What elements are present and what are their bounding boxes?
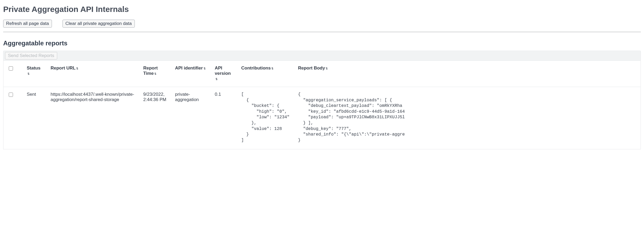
- cell-url: https://localhost:4437/.well-known/priva…: [46, 87, 139, 149]
- section-title: Aggregatable reports: [3, 40, 641, 47]
- col-status-label: Status: [27, 66, 41, 71]
- divider: [3, 32, 641, 32]
- sort-icon: ⇅: [154, 72, 156, 75]
- reports-table-wrap: Status⇅ Report URL⇅ Report Time⇅ API ide…: [3, 61, 641, 149]
- page-title: Private Aggregation API Internals: [3, 5, 641, 14]
- top-button-bar: Refresh all page data Clear all private …: [3, 20, 641, 28]
- cell-status: Sent: [23, 87, 46, 149]
- col-api-id-label: API identifier: [175, 66, 203, 71]
- table-row: Sent https://localhost:4437/.well-known/…: [3, 87, 641, 149]
- cell-body: { "aggregation_service_payloads": [ { "d…: [294, 87, 641, 149]
- row-checkbox-cell: [3, 87, 23, 149]
- header-checkbox-cell: [3, 61, 23, 87]
- sort-icon: ⇅: [271, 67, 273, 70]
- cell-time: 9/23/2022, 2:44:36 PM: [139, 87, 171, 149]
- sort-icon: ⇅: [76, 67, 78, 70]
- refresh-button[interactable]: Refresh all page data: [3, 20, 52, 28]
- sort-icon: ⇅: [28, 72, 29, 75]
- col-body-label: Report Body: [298, 66, 325, 71]
- cell-contributions: [ { "bucket": { "high": "0", "low": "123…: [237, 87, 294, 149]
- col-url[interactable]: Report URL⇅: [46, 61, 139, 87]
- col-api-version-label: API version: [215, 66, 231, 76]
- sort-icon: ⇅: [204, 67, 205, 70]
- sort-icon: ⇅: [326, 67, 328, 70]
- reports-table: Status⇅ Report URL⇅ Report Time⇅ API ide…: [3, 61, 641, 149]
- col-api-version[interactable]: API version⇅: [211, 61, 237, 87]
- send-bar: Send Selected Reports: [3, 51, 641, 61]
- cell-api-version: 0.1: [211, 87, 237, 149]
- col-url-label: Report URL: [51, 66, 75, 71]
- col-api-id[interactable]: API identifier⇅: [171, 61, 211, 87]
- col-contributions[interactable]: Contributions⇅: [237, 61, 294, 87]
- clear-data-button[interactable]: Clear all private aggregation data: [62, 20, 135, 28]
- col-body[interactable]: Report Body⇅: [294, 61, 641, 87]
- col-time[interactable]: Report Time⇅: [139, 61, 171, 87]
- col-contributions-label: Contributions: [241, 66, 271, 71]
- sort-icon: ⇅: [216, 78, 217, 81]
- send-selected-button[interactable]: Send Selected Reports: [5, 52, 57, 59]
- select-all-checkbox[interactable]: [9, 66, 13, 71]
- cell-api-id: private-aggregation: [171, 87, 211, 149]
- col-status[interactable]: Status⇅: [23, 61, 46, 87]
- row-checkbox[interactable]: [9, 93, 13, 97]
- table-header-row: Status⇅ Report URL⇅ Report Time⇅ API ide…: [3, 61, 641, 87]
